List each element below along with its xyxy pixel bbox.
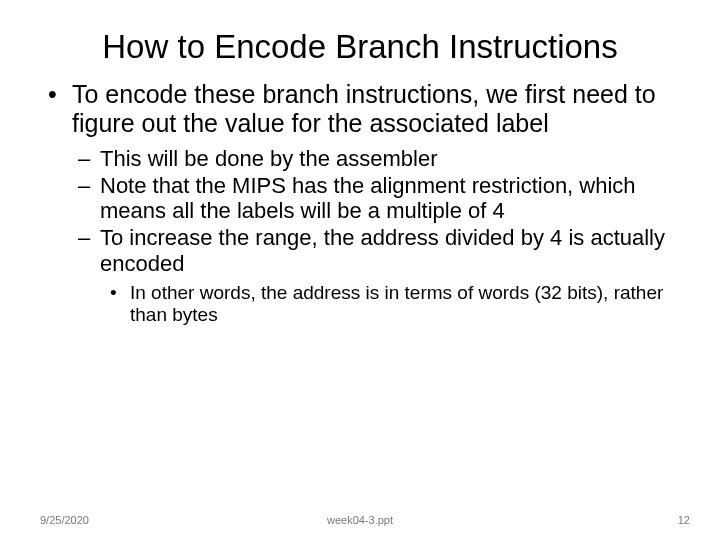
bullet-list-level3: In other words, the address is in terms … — [100, 282, 690, 327]
bullet-list-level2: This will be done by the assembler Note … — [72, 146, 690, 327]
bullet-text: This will be done by the assembler — [100, 146, 438, 171]
list-item: Note that the MIPS has the alignment res… — [100, 173, 690, 224]
bullet-list-level1: To encode these branch instructions, we … — [30, 80, 690, 327]
slide-title: How to Encode Branch Instructions — [30, 28, 690, 66]
footer-page-number: 12 — [678, 514, 690, 526]
bullet-text: Note that the MIPS has the alignment res… — [100, 173, 636, 223]
bullet-text: To increase the range, the address divid… — [100, 225, 665, 275]
footer-date: 9/25/2020 — [40, 514, 89, 526]
list-item: To increase the range, the address divid… — [100, 225, 690, 326]
footer-filename: week04-3.ppt — [327, 514, 393, 526]
bullet-text: In other words, the address is in terms … — [130, 282, 663, 325]
list-item: This will be done by the assembler — [100, 146, 690, 171]
list-item: In other words, the address is in terms … — [130, 282, 690, 327]
bullet-text: To encode these branch instructions, we … — [72, 80, 656, 137]
list-item: To encode these branch instructions, we … — [72, 80, 690, 327]
